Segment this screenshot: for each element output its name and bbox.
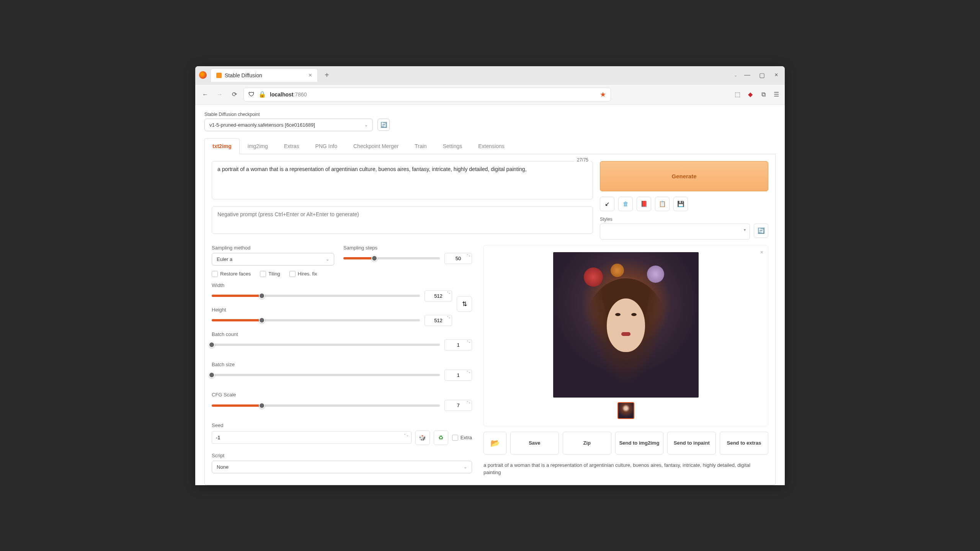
prompt-input[interactable]	[212, 161, 593, 199]
tiling-checkbox[interactable]: Tiling	[260, 271, 280, 277]
arrow-button[interactable]: ↙	[600, 197, 614, 211]
browser-window: Stable Diffusion × + ⌄ — ▢ × ← → ⟳ 🛡 🔒 l…	[195, 66, 785, 485]
generate-button[interactable]: Generate	[600, 161, 768, 191]
close-tab-icon[interactable]: ×	[309, 72, 312, 79]
styles-label: Styles	[600, 217, 768, 222]
tabs-dropdown-icon[interactable]: ⌄	[734, 73, 737, 78]
reload-button[interactable]: ⟳	[229, 89, 240, 100]
open-folder-button[interactable]: 📂	[483, 432, 506, 455]
tab-pnginfo[interactable]: PNG Info	[307, 138, 345, 154]
gallery-thumbnail[interactable]	[617, 402, 634, 419]
height-slider[interactable]	[212, 319, 420, 321]
bookmark-star-icon[interactable]: ★	[600, 90, 606, 99]
checkpoint-select[interactable]: v1-5-pruned-emaonly.safetensors [6ce0161…	[204, 119, 373, 131]
script-select[interactable]: None ⌄	[212, 461, 472, 473]
script-label: Script	[212, 453, 472, 458]
tab-extras[interactable]: Extras	[276, 138, 307, 154]
width-label: Width	[212, 282, 452, 288]
seed-label: Seed	[212, 422, 472, 428]
url-bar[interactable]: 🛡 🔒 localhost:7860 ★	[243, 88, 611, 101]
random-seed-button[interactable]: 🎲	[415, 430, 430, 445]
width-input[interactable]: 512	[425, 290, 452, 302]
forward-button[interactable]: →	[214, 89, 225, 100]
browser-toolbar: ← → ⟳ 🛡 🔒 localhost:7860 ★ ⬚ ◆ ⧉ ☰	[195, 85, 785, 105]
chevron-down-icon: ⌄	[326, 257, 329, 262]
clear-button[interactable]: 🗑	[618, 197, 633, 211]
restore-faces-checkbox[interactable]: Restore faces	[212, 271, 251, 277]
generation-info: a portrait of a woman that is a represen…	[483, 460, 768, 478]
tab-train[interactable]: Train	[407, 138, 434, 154]
batch-size-input[interactable]: 1	[444, 370, 472, 381]
tab-settings[interactable]: Settings	[435, 138, 470, 154]
styles-select[interactable]	[600, 223, 750, 240]
styles-apply-button[interactable]: 📕	[637, 197, 651, 211]
firefox-icon	[199, 71, 207, 79]
refresh-checkpoint-button[interactable]: 🔄	[377, 119, 390, 131]
sampling-steps-slider[interactable]	[343, 257, 440, 259]
favicon-icon	[216, 73, 222, 78]
sampling-steps-input[interactable]: 50	[444, 253, 472, 264]
refresh-styles-button[interactable]: 🔄	[754, 223, 768, 238]
app-content: Stable Diffusion checkpoint v1-5-pruned-…	[195, 105, 785, 485]
menu-icon[interactable]: ☰	[773, 91, 780, 98]
browser-tab[interactable]: Stable Diffusion ×	[211, 68, 318, 82]
chevron-down-icon: ⌄	[364, 122, 368, 127]
batch-count-slider[interactable]	[212, 344, 440, 346]
tab-extensions[interactable]: Extensions	[470, 138, 512, 154]
extensions-icon[interactable]: ⧉	[760, 91, 767, 98]
save-button[interactable]: Save	[510, 432, 559, 455]
close-gallery-icon[interactable]: ×	[760, 249, 763, 255]
cfg-scale-label: CFG Scale	[212, 392, 472, 398]
cfg-scale-input[interactable]: 7	[444, 400, 472, 411]
batch-size-label: Batch size	[212, 362, 472, 367]
zip-button[interactable]: Zip	[563, 432, 611, 455]
txt2img-panel: 27/75 Generate ↙ 🗑 📕 📋 💾	[204, 154, 776, 485]
swap-dimensions-button[interactable]: ⇅	[457, 296, 472, 312]
height-input[interactable]: 512	[425, 315, 452, 326]
ublock-icon[interactable]: ◆	[746, 91, 754, 98]
output-gallery: ×	[483, 245, 768, 426]
negative-prompt-input[interactable]	[212, 206, 593, 234]
sampling-steps-label: Sampling steps	[343, 245, 472, 251]
clipboard-button[interactable]: 📋	[655, 197, 670, 211]
generated-image[interactable]	[553, 252, 699, 398]
tab-title: Stable Diffusion	[225, 72, 305, 78]
shield-icon[interactable]: 🛡	[248, 91, 255, 98]
chevron-down-icon: ⌄	[464, 465, 467, 469]
sampling-method-label: Sampling method	[212, 245, 334, 251]
token-counter: 27/75	[575, 156, 591, 163]
cfg-scale-slider[interactable]	[212, 404, 440, 407]
pocket-icon[interactable]: ⬚	[733, 91, 741, 98]
batch-count-input[interactable]: 1	[444, 339, 472, 350]
reuse-seed-button[interactable]: ♻	[434, 430, 448, 445]
titlebar: Stable Diffusion × + ⌄ — ▢ ×	[195, 66, 785, 85]
tab-checkpoint-merger[interactable]: Checkpoint Merger	[345, 138, 407, 154]
send-inpaint-button[interactable]: Send to inpaint	[667, 432, 716, 455]
main-tabs: txt2img img2img Extras PNG Info Checkpoi…	[204, 138, 776, 154]
url-text: localhost:7860	[270, 91, 596, 98]
width-slider[interactable]	[212, 295, 420, 297]
lock-icon[interactable]: 🔒	[258, 91, 266, 98]
save-style-button[interactable]: 💾	[673, 197, 688, 211]
minimize-button[interactable]: —	[743, 70, 752, 80]
sampling-method-select[interactable]: Euler a ⌄	[212, 253, 334, 266]
new-tab-button[interactable]: +	[322, 71, 332, 80]
hires-fix-checkbox[interactable]: Hires. fix	[289, 271, 317, 277]
seed-input[interactable]: -1	[212, 431, 412, 444]
maximize-button[interactable]: ▢	[757, 70, 766, 80]
extra-seed-checkbox[interactable]: Extra	[452, 435, 472, 441]
send-img2img-button[interactable]: Send to img2img	[615, 432, 664, 455]
tab-txt2img[interactable]: txt2img	[204, 138, 240, 154]
back-button[interactable]: ←	[200, 89, 211, 100]
tab-img2img[interactable]: img2img	[240, 138, 276, 154]
send-extras-button[interactable]: Send to extras	[720, 432, 768, 455]
checkpoint-label: Stable Diffusion checkpoint	[204, 112, 776, 117]
batch-count-label: Batch count	[212, 331, 472, 337]
batch-size-slider[interactable]	[212, 374, 440, 376]
height-label: Height	[212, 307, 452, 313]
close-window-button[interactable]: ×	[772, 70, 781, 80]
